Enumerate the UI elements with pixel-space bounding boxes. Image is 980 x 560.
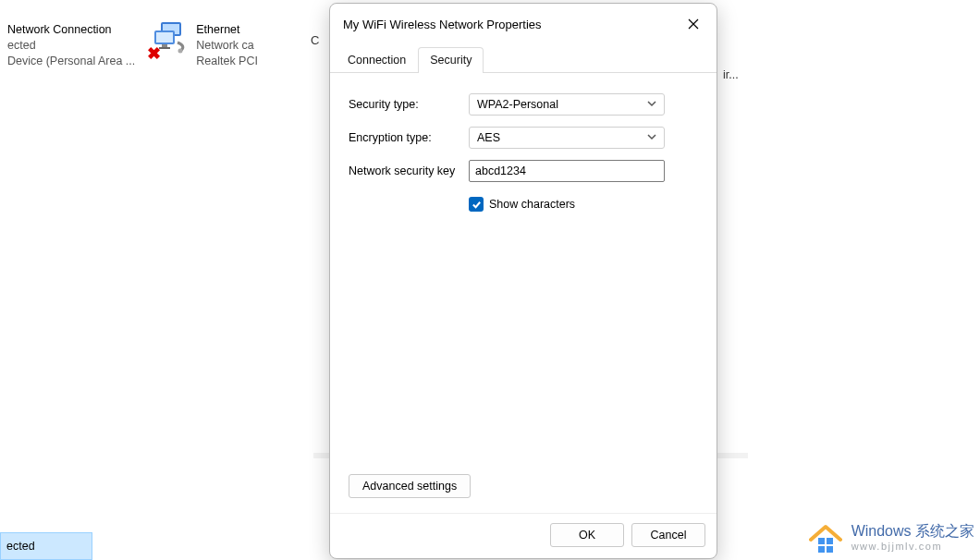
disabled-x-icon: ✖	[147, 43, 163, 59]
watermark-line1: Windows 系统之家	[851, 523, 974, 540]
security-type-select[interactable]: WPA2-Personal	[469, 93, 665, 116]
tab-security[interactable]: Security	[418, 47, 484, 73]
windows-house-icon	[807, 519, 844, 556]
close-button[interactable]	[680, 11, 707, 37]
show-characters-label[interactable]: Show characters	[489, 198, 575, 211]
security-type-value: WPA2-Personal	[477, 98, 558, 111]
network-connection-item[interactable]: Network Connection ected Device (Persona…	[0, 18, 142, 73]
eth-title: Ethernet	[196, 22, 258, 38]
ok-button[interactable]: OK	[550, 523, 624, 547]
selected-fragment-text: ected	[6, 540, 35, 553]
svg-rect-7	[818, 538, 825, 544]
eth-sub1: Network ca	[196, 38, 258, 54]
check-icon	[472, 200, 482, 210]
right-truncated-text: ir...	[723, 68, 739, 81]
svg-rect-10	[827, 546, 833, 553]
svg-rect-8	[827, 538, 833, 544]
encryption-type-select[interactable]: AES	[469, 127, 665, 149]
dialog-footer: OK Cancel	[330, 513, 717, 558]
svg-rect-3	[156, 32, 173, 43]
tab-strip: Connection Security	[330, 43, 717, 73]
network-key-input[interactable]	[469, 160, 665, 182]
svg-point-6	[178, 49, 183, 54]
encryption-type-label: Encryption type:	[349, 131, 469, 144]
cancel-label: Cancel	[651, 529, 687, 542]
advanced-settings-button[interactable]: Advanced settings	[349, 474, 471, 498]
tab-connection-label: Connection	[348, 54, 406, 67]
svg-rect-9	[818, 546, 825, 553]
show-characters-checkbox[interactable]	[469, 197, 484, 212]
network-key-row: Network security key	[349, 160, 698, 182]
watermark: Windows 系统之家 www.bjjmlv.com	[807, 519, 974, 556]
show-characters-row: Show characters	[469, 197, 698, 212]
advanced-settings-label: Advanced settings	[362, 480, 457, 493]
ethernet-item[interactable]: ✖ Ethernet Network ca Realtek PCI	[142, 18, 265, 73]
close-icon	[688, 18, 699, 30]
encryption-type-value: AES	[477, 131, 500, 144]
nc-title: Network Connection	[7, 22, 135, 38]
tab-security-label: Security	[430, 54, 472, 67]
ethernet-icon: ✖	[150, 22, 190, 55]
tab-connection[interactable]: Connection	[336, 47, 418, 73]
security-type-label: Security type:	[349, 98, 469, 111]
chevron-down-icon	[647, 131, 656, 144]
nc-sub2: Device (Personal Area ...	[7, 54, 135, 69]
dialog-titlebar: My WiFi Wireless Network Properties	[330, 4, 717, 43]
cancel-button[interactable]: Cancel	[631, 523, 705, 547]
nc-sub1: ected	[7, 38, 135, 54]
network-key-label: Network security key	[349, 164, 469, 177]
selected-item-fragment[interactable]: ected	[0, 532, 92, 560]
eth-sub2: Realtek PCI	[196, 54, 258, 69]
chevron-down-icon	[647, 98, 656, 111]
watermark-line2: www.bjjmlv.com	[851, 541, 974, 553]
wifi-properties-dialog: My WiFi Wireless Network Properties Conn…	[329, 3, 717, 559]
dialog-title: My WiFi Wireless Network Properties	[343, 18, 542, 31]
encryption-type-row: Encryption type: AES	[349, 127, 698, 149]
security-type-row: Security type: WPA2-Personal	[349, 93, 698, 116]
partial-c: C	[311, 33, 319, 47]
dialog-content: Security type: WPA2-Personal Encryption …	[330, 73, 717, 513]
ok-label: OK	[579, 529, 595, 542]
